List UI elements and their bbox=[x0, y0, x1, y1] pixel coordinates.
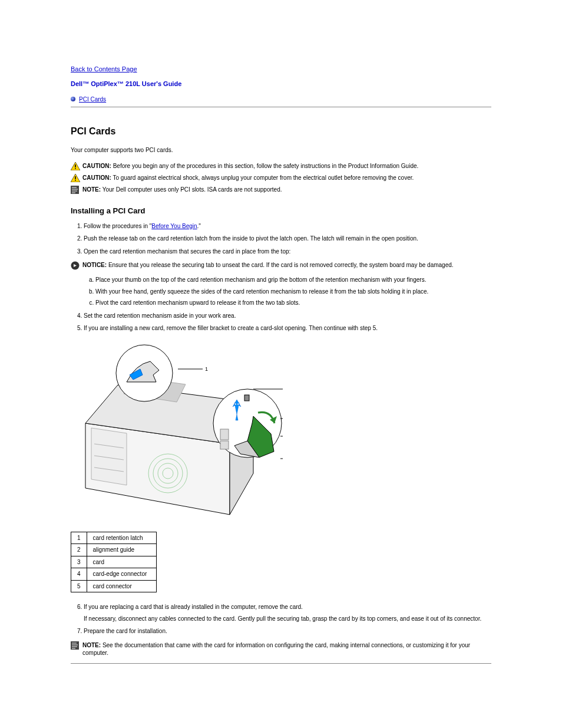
caution-row-2: CAUTION: To guard against electrical sho… bbox=[71, 174, 491, 182]
notice-label: NOTICE: bbox=[82, 262, 107, 268]
note2-label: NOTE: bbox=[82, 642, 101, 648]
note-icon bbox=[71, 186, 82, 195]
callout-table: 1card retention latch 2alignment guide 3… bbox=[71, 532, 157, 593]
callout-num: 5 bbox=[71, 580, 87, 592]
table-row: 5card connector bbox=[71, 580, 157, 592]
caution-icon bbox=[71, 174, 82, 182]
intro-text: Your computer supports two PCI cards. bbox=[71, 146, 491, 154]
note-row: NOTE: Your Dell computer uses only PCI s… bbox=[71, 186, 491, 195]
caution-2-text: CAUTION: To guard against electrical sho… bbox=[82, 174, 491, 182]
callout-label: card bbox=[87, 556, 156, 568]
svg-rect-4 bbox=[75, 176, 76, 179]
note-text: NOTE: Your Dell computer uses only PCI s… bbox=[82, 186, 491, 194]
installing-heading: Installing a PCI Card bbox=[71, 206, 491, 216]
install-steps-cont: If you are replacing a card that is alre… bbox=[84, 603, 491, 635]
note-label: NOTE: bbox=[82, 186, 101, 193]
caution-label: CAUTION: bbox=[82, 174, 111, 181]
callout-num: 1 bbox=[71, 532, 87, 544]
section-heading: PCI Cards bbox=[71, 125, 491, 138]
table-row: 2alignment guide bbox=[71, 544, 157, 556]
callout-label: card-edge connector bbox=[87, 568, 156, 581]
note2-text: NOTE: See the documentation that came wi… bbox=[82, 641, 491, 657]
step-5: If you are installing a new card, remove… bbox=[84, 324, 491, 332]
note-row-2: NOTE: See the documentation that came wi… bbox=[71, 641, 491, 657]
step-3-text: Open the card retention mechanism that s… bbox=[84, 248, 290, 255]
divider-bottom bbox=[71, 663, 491, 664]
diagram: 1 2 3 4 5 bbox=[71, 341, 491, 526]
svg-rect-28 bbox=[220, 429, 229, 440]
step-3: Open the card retention mechanism that s… bbox=[84, 248, 491, 307]
install-steps: Follow the procedures in "Before You Beg… bbox=[84, 222, 491, 332]
caution-label: CAUTION: bbox=[82, 163, 111, 169]
step-7: Prepare the card for installation. bbox=[84, 627, 491, 635]
step-3b: With your free hand, gently squeeze the … bbox=[95, 288, 491, 296]
callout-label: card retention latch bbox=[87, 532, 156, 544]
bullet-icon bbox=[71, 97, 75, 101]
divider bbox=[71, 107, 491, 107]
caution-1-text: CAUTION: Before you begin any of the pro… bbox=[82, 162, 491, 170]
back-link-top[interactable]: Back to Contents Page bbox=[71, 65, 491, 74]
callout-label: alignment guide bbox=[87, 544, 156, 556]
step-3c: Pivot the card retention mechanism upwar… bbox=[95, 299, 491, 307]
callout-label: card connector bbox=[87, 580, 156, 592]
caution-2-body: To guard against electrical shock, alway… bbox=[111, 174, 414, 181]
step-1a: Follow the procedures in " bbox=[84, 223, 151, 229]
step-6-text: If you are replacing a card that is alre… bbox=[84, 604, 303, 610]
notice-body: Ensure that you release the securing tab… bbox=[107, 262, 453, 268]
callout-num: 3 bbox=[71, 556, 87, 568]
svg-rect-29 bbox=[220, 441, 229, 449]
step-1: Follow the procedures in "Before You Beg… bbox=[84, 222, 491, 230]
toc-link-pci-cards[interactable]: PCI Cards bbox=[79, 95, 106, 104]
callout-num-1: 1 bbox=[205, 366, 208, 372]
callout-num: 2 bbox=[71, 544, 87, 556]
notice-text: NOTICE: Ensure that you release the secu… bbox=[82, 261, 491, 269]
caution-1-body: Before you begin any of the procedures i… bbox=[111, 163, 418, 169]
table-row: 1card retention latch bbox=[71, 532, 157, 544]
toc-item: PCI Cards bbox=[71, 95, 491, 104]
step-3a: Place your thumb on the top of the card … bbox=[95, 276, 491, 284]
table-row: 4card-edge connector bbox=[71, 568, 157, 581]
callout-num: 4 bbox=[71, 568, 87, 581]
guide-title: Dell™ OptiPlex™ 210L User's Guide bbox=[71, 80, 491, 88]
svg-rect-24 bbox=[244, 395, 249, 401]
notice-row: NOTICE: Ensure that you release the secu… bbox=[71, 261, 491, 271]
step-1b: ." bbox=[197, 223, 201, 229]
note2-body: See the documentation that came with the… bbox=[82, 642, 470, 657]
svg-rect-1 bbox=[75, 164, 76, 167]
svg-rect-5 bbox=[75, 180, 76, 181]
note-icon bbox=[71, 641, 82, 651]
step-2: Push the release tab on the card retenti… bbox=[84, 235, 491, 243]
step-6-detail: If necessary, disconnect any cables conn… bbox=[84, 615, 491, 623]
caution-row-1: CAUTION: Before you begin any of the pro… bbox=[71, 162, 491, 170]
caution-icon bbox=[71, 162, 82, 170]
before-you-begin-link[interactable]: Before You Begin bbox=[151, 223, 197, 229]
step-6: If you are replacing a card that is alre… bbox=[84, 603, 491, 622]
svg-rect-2 bbox=[75, 168, 76, 169]
step-4: Set the card retention mechanism aside i… bbox=[84, 312, 491, 320]
table-row: 3card bbox=[71, 556, 157, 568]
notice-icon bbox=[71, 261, 82, 271]
svg-marker-15 bbox=[91, 428, 127, 485]
note-body: Your Dell computer uses only PCI slots. … bbox=[101, 186, 282, 193]
